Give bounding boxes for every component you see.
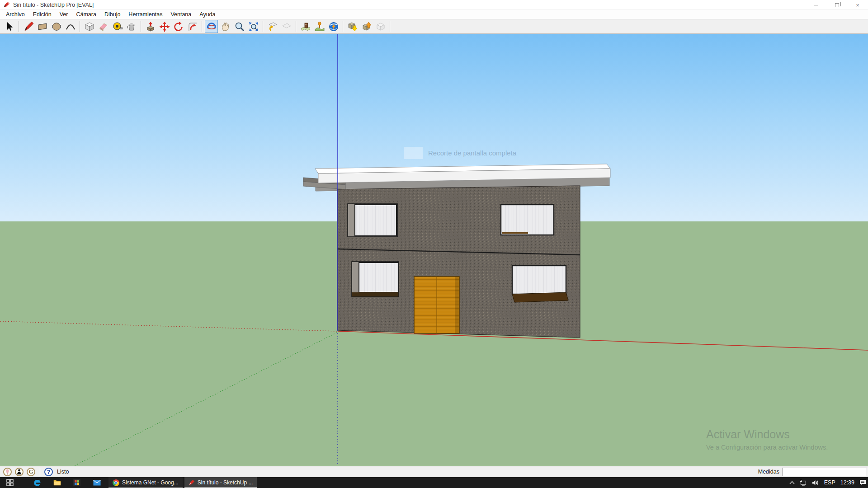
toggle-terrain-tool-icon[interactable] <box>313 20 326 33</box>
taskbar-button-chrome[interactable]: Sistema GNet - Goog... <box>108 477 183 488</box>
menu-dibujo[interactable]: Dibujo <box>100 10 124 19</box>
window-title: Sin título - SketchUp Pro [EVAL] <box>13 2 94 8</box>
window-lower-left[interactable] <box>352 262 399 297</box>
start-icon <box>6 479 14 486</box>
sketchup-window: Sin título - SketchUp Pro [EVAL] × Archi… <box>0 0 868 488</box>
arc-tool-icon[interactable] <box>64 20 77 33</box>
restore-button[interactable] <box>826 0 847 10</box>
get-models-tool-icon[interactable] <box>346 20 359 33</box>
getting-started-toolbar <box>0 19 868 34</box>
close-button[interactable]: × <box>847 0 868 10</box>
make-component-tool-icon[interactable] <box>83 20 96 33</box>
action-center-icon[interactable] <box>859 479 866 486</box>
photo-textures-tool-icon[interactable] <box>327 20 340 33</box>
help-icon[interactable]: ? <box>44 468 53 476</box>
next-view-tool-icon[interactable] <box>280 20 293 33</box>
line-tool-icon[interactable] <box>22 20 35 33</box>
previous-view-tool-icon[interactable] <box>266 20 279 33</box>
eraser-tool-icon[interactable] <box>97 20 110 33</box>
menu-ayuda[interactable]: Ayuda <box>195 10 219 19</box>
window-controls: × <box>806 0 868 10</box>
minimize-icon <box>814 5 818 5</box>
rectangle-tool-icon[interactable] <box>36 20 49 33</box>
snipping-tool-ghost: Recorte de pantalla completa <box>404 147 516 159</box>
toolbar-divider <box>80 21 80 32</box>
circle-tool-icon[interactable] <box>50 20 63 33</box>
toolbar-divider <box>19 21 19 32</box>
edge-taskbar-icon[interactable] <box>27 477 47 488</box>
menu-ventana[interactable]: Ventana <box>166 10 195 19</box>
geolocation-icon[interactable] <box>3 468 12 476</box>
menu-bar: Archivo Edición Ver Cámara Dibujo Herram… <box>0 10 868 19</box>
mail-icon[interactable] <box>87 477 107 488</box>
toolbar-divider <box>390 21 390 32</box>
window-upper-left[interactable] <box>348 204 397 237</box>
toolbar-divider <box>141 21 141 32</box>
model-viewport[interactable]: Recorte de pantalla completa Activar Win… <box>0 34 868 466</box>
chrome-icon <box>113 479 119 486</box>
share-model-tool-icon[interactable] <box>360 20 373 33</box>
sign-in-icon[interactable]: G <box>27 468 35 476</box>
red-axis-solid <box>338 331 868 350</box>
push-pull-tool-icon[interactable] <box>144 20 157 33</box>
rotate-tool-icon[interactable] <box>172 20 185 33</box>
menu-herramientas[interactable]: Herramientas <box>124 10 166 19</box>
ghost-label: Recorte de pantalla completa <box>428 149 516 157</box>
zoom-tool-icon[interactable] <box>233 20 246 33</box>
components-tool-icon[interactable] <box>374 20 387 33</box>
front-door[interactable] <box>414 277 459 333</box>
paint-bucket-tool-icon[interactable] <box>125 20 138 33</box>
network-icon[interactable] <box>800 480 807 486</box>
tray-chevron-icon[interactable] <box>789 481 795 484</box>
house-model[interactable] <box>0 34 868 466</box>
status-text: Listo <box>57 469 69 475</box>
ghost-thumbnail <box>404 147 423 159</box>
start-button[interactable] <box>0 477 20 488</box>
sketchup-window-label: Sin título - SketchUp ... <box>198 479 253 486</box>
pan-tool-icon[interactable] <box>219 20 232 33</box>
system-tray: ESP 12:39 <box>789 477 866 488</box>
measurements-area: Medidas <box>758 466 867 477</box>
offset-tool-icon[interactable] <box>186 20 199 33</box>
sketchup-taskbar-icon <box>189 479 195 486</box>
menu-ver[interactable]: Ver <box>56 10 72 19</box>
toolbar-divider <box>296 21 296 32</box>
menu-camara[interactable]: Cámara <box>72 10 100 19</box>
move-tool-icon[interactable] <box>158 20 171 33</box>
toolbar-divider <box>343 21 343 32</box>
window-upper-right[interactable] <box>501 205 554 235</box>
tape-measure-tool-icon[interactable] <box>111 20 124 33</box>
select-tool-icon[interactable] <box>3 20 16 33</box>
file-explorer-icon[interactable] <box>47 477 67 488</box>
measurements-input[interactable] <box>782 468 867 476</box>
zoom-extents-tool-icon[interactable] <box>247 20 260 33</box>
restore-icon <box>835 3 839 7</box>
activate-windows-watermark: Activar Windows Ve a Configuración para … <box>706 428 828 451</box>
menu-archivo[interactable]: Archivo <box>2 10 29 19</box>
clock[interactable]: 12:39 <box>840 479 854 486</box>
toolbar-divider <box>263 21 263 32</box>
microsoft-store-icon[interactable] <box>67 477 87 488</box>
windows-taskbar: Sistema GNet - Goog... Sin título - Sket… <box>0 477 868 488</box>
chrome-window-label: Sistema GNet - Goog... <box>122 479 179 486</box>
green-axis-dotted <box>73 333 337 466</box>
window-lower-right[interactable] <box>512 266 568 302</box>
status-bar: G ? Listo Medidas <box>0 466 868 477</box>
title-bar: Sin título - SketchUp Pro [EVAL] × <box>0 0 868 10</box>
statusbar-divider <box>40 468 40 476</box>
taskbar-button-sketchup[interactable]: Sin título - SketchUp ... <box>184 477 257 488</box>
volume-icon[interactable] <box>812 480 819 486</box>
sketchup-logo-icon <box>3 1 10 8</box>
minimize-button[interactable] <box>806 0 826 10</box>
measurements-label: Medidas <box>758 469 779 475</box>
orbit-tool-icon[interactable] <box>205 20 218 33</box>
red-axis-dotted <box>0 321 337 331</box>
add-location-tool-icon[interactable] <box>299 20 312 33</box>
language-indicator[interactable]: ESP <box>824 479 835 486</box>
menu-edicion[interactable]: Edición <box>29 10 56 19</box>
toolbar-divider <box>202 21 202 32</box>
claim-credit-icon[interactable] <box>15 468 24 476</box>
close-icon: × <box>856 2 859 9</box>
